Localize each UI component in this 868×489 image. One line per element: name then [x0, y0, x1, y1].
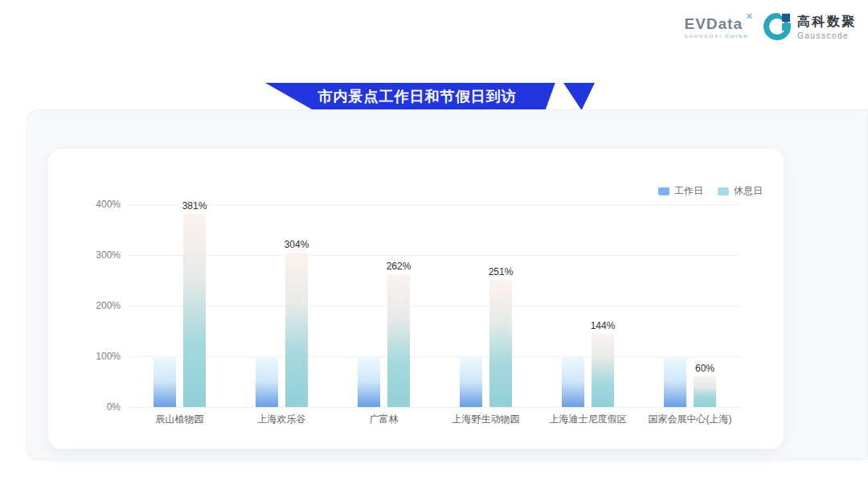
y-tick-label: 100% — [96, 351, 121, 362]
bar-value-label: 60% — [695, 363, 714, 374]
y-tick-label: 400% — [96, 199, 121, 210]
category-band: 304% — [231, 204, 333, 407]
title-banner: 市内景点工作日和节假日到访车量对比 — [265, 83, 595, 110]
bar-value-label: 262% — [387, 261, 411, 272]
category-band: 381% — [129, 204, 231, 407]
evdata-wordmark-text: EVData — [684, 15, 743, 32]
evdata-x-icon: ✕ — [746, 11, 754, 22]
category-band: 262% — [333, 204, 435, 407]
bar-group: 144% — [562, 204, 614, 407]
bar-group: 262% — [358, 204, 410, 407]
gausscode-en-label: Gausscode — [797, 31, 857, 40]
bar-value-label: 304% — [285, 239, 309, 250]
gausscode-cn-label: 高科数聚 — [797, 14, 857, 31]
bar-group: 304% — [256, 204, 308, 407]
bar-value-label: 144% — [591, 320, 616, 331]
bar-group: 251% — [460, 204, 512, 407]
bar-restday[interactable]: 262% — [387, 274, 410, 407]
y-tick-label: 0% — [107, 401, 121, 413]
bar-restday[interactable]: 304% — [285, 253, 308, 407]
bar-restday[interactable]: 251% — [489, 280, 512, 407]
x-category-label: 广富林 — [333, 413, 435, 426]
chart-card: 工作日休息日 0%100%200%300%400% 381%304%262%25… — [48, 149, 784, 449]
bar-workday[interactable] — [358, 356, 380, 407]
plot-area: 381%304%262%251%144%60% — [129, 204, 741, 407]
legend-label: 休息日 — [734, 184, 763, 198]
evdata-subtext-china: CHINA — [725, 34, 748, 39]
bar-workday[interactable] — [154, 356, 176, 407]
bar-group: 60% — [664, 204, 716, 407]
evdata-subtext: SHANGHAI CHINA — [684, 34, 748, 39]
g-navy-square — [782, 14, 790, 22]
evdata-subtext-shanghai: SHANGHAI — [684, 34, 725, 39]
y-tick-label: 200% — [96, 300, 121, 311]
g-teal-square — [782, 23, 789, 31]
bar-workday[interactable] — [664, 356, 686, 407]
x-category-label: 上海野生动物园 — [435, 413, 537, 426]
page-title: 市内景点工作日和节假日到访车量对比 — [313, 83, 521, 110]
x-category-label: 上海欢乐谷 — [231, 413, 333, 426]
bar-workday[interactable] — [460, 356, 482, 407]
legend-label: 工作日 — [674, 184, 703, 198]
bar-restday[interactable]: 144% — [592, 334, 614, 407]
bar-value-label: 251% — [489, 266, 514, 277]
bar-group: 381% — [154, 204, 206, 407]
bands: 381%304%262%251%144%60% — [129, 204, 741, 407]
evdata-wordmark: EVData ✕ — [684, 15, 752, 33]
gausscode-g-icon — [764, 13, 791, 40]
legend-swatch — [658, 187, 669, 195]
x-category-label: 辰山植物园 — [129, 413, 231, 426]
legend-item-restday[interactable]: 休息日 — [718, 184, 763, 198]
bar-value-label: 381% — [182, 200, 207, 212]
gausscode-text: 高科数聚 Gausscode — [797, 14, 857, 40]
gausscode-logo: 高科数聚 Gausscode — [764, 13, 857, 40]
evdata-logo: EVData ✕ SHANGHAI CHINA — [684, 15, 752, 39]
category-band: 60% — [639, 204, 741, 407]
category-band: 144% — [537, 204, 639, 407]
header-logos: EVData ✕ SHANGHAI CHINA 高科数聚 Gausscode — [684, 13, 857, 40]
category-band: 251% — [435, 204, 537, 407]
legend-swatch — [718, 187, 729, 195]
chart-legend: 工作日休息日 — [658, 184, 763, 198]
y-axis: 0%100%200%300%400% — [48, 204, 121, 407]
x-category-label: 上海迪士尼度假区 — [537, 413, 639, 426]
legend-item-workday[interactable]: 工作日 — [658, 184, 703, 198]
bar-restday[interactable]: 60% — [694, 376, 716, 407]
bar-restday[interactable]: 381% — [183, 214, 206, 407]
bar-workday[interactable] — [256, 356, 278, 407]
y-tick-label: 300% — [96, 249, 121, 261]
x-category-label: 国家会展中心(上海) — [639, 413, 741, 426]
bar-workday[interactable] — [562, 356, 584, 407]
x-axis: 辰山植物园上海欢乐谷广富林上海野生动物园上海迪士尼度假区国家会展中心(上海) — [129, 413, 741, 426]
